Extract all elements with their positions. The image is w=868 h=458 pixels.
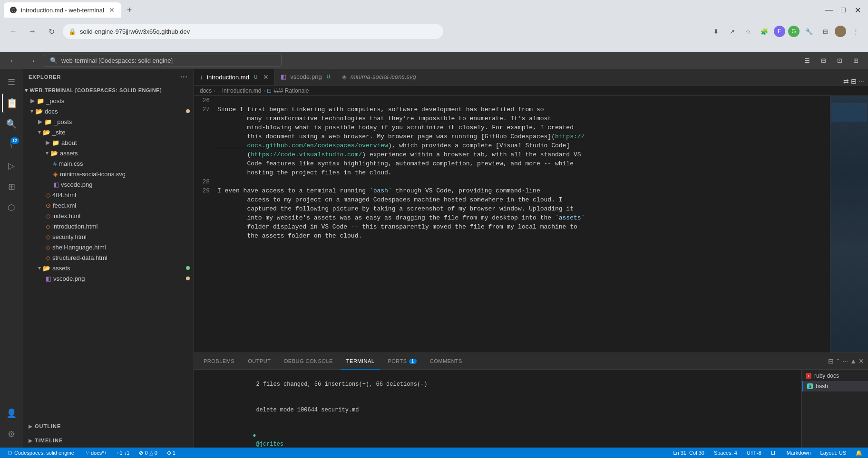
chevron-right-icon: ▶	[30, 97, 35, 104]
tree-item-docs-posts[interactable]: ▶ 📁 _posts	[23, 116, 194, 127]
customize-layout-icon[interactable]: ⊞	[849, 54, 862, 67]
tree-item-main-css[interactable]: # main.css	[23, 158, 194, 169]
maximize-button[interactable]: □	[837, 3, 850, 17]
activity-explorer-button[interactable]: 📋	[2, 94, 21, 113]
tree-item-posts-root[interactable]: ▶ 📁 _posts	[23, 95, 194, 106]
command-palette-input[interactable]: 🔍 web-terminal [Codespaces: solid engine…	[44, 55, 282, 67]
terminal-content[interactable]: 2 files changed, 56 insertions(+), 66 de…	[194, 370, 801, 448]
close-button[interactable]: ✕	[851, 3, 864, 17]
tree-item-assets[interactable]: ▾ 📂 assets	[23, 263, 194, 273]
tab-debug-console[interactable]: DEBUG CONSOLE	[278, 353, 338, 370]
tree-item-404[interactable]: ◇ 404.html	[23, 190, 194, 200]
tree-item-social-icons[interactable]: ◈ minima-social-icons.svg	[23, 169, 194, 179]
tab-output[interactable]: OUTPUT	[242, 353, 276, 370]
tab-introduction-md[interactable]: ↓ introduction.md U ✕	[194, 69, 275, 85]
toggle-panel-icon[interactable]: ⊟	[817, 54, 830, 67]
forward-button[interactable]: →	[25, 24, 40, 39]
tab-close-button[interactable]: ✕	[108, 5, 116, 15]
tree-item-vscode-png-assets[interactable]: ◧ vscode.png	[23, 273, 194, 284]
tree-item-security[interactable]: ◇ security.html	[23, 231, 194, 242]
tab-comments[interactable]: COMMENTS	[424, 353, 468, 370]
download-icon[interactable]: ⬇	[709, 25, 722, 38]
position-status[interactable]: Ln 31, Col 30	[671, 450, 706, 456]
extensions-icon[interactable]: 🔧	[802, 25, 816, 38]
close-panel-icon[interactable]: ✕	[858, 357, 864, 365]
branch-status[interactable]: ⑂ docs*+	[84, 450, 109, 456]
folder-icon: 📁	[37, 97, 44, 105]
toggle-sidebar-icon[interactable]: ☰	[800, 54, 814, 67]
new-tab-button[interactable]: +	[123, 3, 136, 17]
breadcrumb-docs[interactable]: docs	[200, 87, 212, 94]
editor-main[interactable]: 26 27 Since I first began tinkering with…	[194, 96, 830, 353]
tree-item-site[interactable]: ▾ 📂 _site	[23, 127, 194, 137]
tree-item-vscode-png-site[interactable]: ◧ vscode.png	[23, 179, 194, 190]
tree-item-site-assets[interactable]: ▾ 📂 assets	[23, 148, 194, 158]
error-status[interactable]: ⊘ 0 △ 0	[137, 450, 159, 456]
extensions-puzzle-icon[interactable]: 🧩	[758, 25, 771, 38]
back-button[interactable]: ←	[6, 24, 21, 39]
tree-item-feed[interactable]: ⊙ feed.xml	[23, 200, 194, 210]
encoding-status[interactable]: UTF-8	[745, 450, 763, 456]
editor-area: ↓ introduction.md U ✕ ◧ vscode.png U ◈ m…	[194, 69, 868, 448]
more-actions-icon[interactable]: ···	[858, 77, 864, 85]
tree-item-index[interactable]: ◇ index.html	[23, 210, 194, 221]
port-status[interactable]: ⊕ 1	[165, 450, 177, 456]
refresh-button[interactable]: ↻	[44, 24, 59, 39]
line-ending-status[interactable]: LF	[769, 450, 779, 456]
tab-social-icons-svg[interactable]: ◈ minima-social-icons.svg	[336, 69, 422, 85]
breadcrumb-section[interactable]: ### Rationale	[273, 87, 309, 94]
editor-back-button[interactable]: ←	[6, 53, 21, 68]
spaces-status[interactable]: Spaces: 4	[712, 450, 739, 456]
more-panel-icon[interactable]: ···	[842, 357, 848, 365]
split-icon[interactable]: ⊟	[819, 25, 832, 38]
sidebar-more-button[interactable]: ···	[180, 73, 188, 81]
toggle-layout-icon[interactable]: ⊟	[851, 77, 857, 85]
tab-vscode-png[interactable]: ◧ vscode.png U	[275, 69, 336, 85]
share-icon[interactable]: ↗	[725, 25, 739, 38]
profile-circle[interactable]: E	[774, 26, 785, 37]
notification-bell[interactable]: 🔔	[854, 450, 864, 456]
activity-github-button[interactable]: ⬡	[2, 198, 21, 217]
activity-scm-button[interactable]: ⑂ 12	[2, 135, 21, 154]
language-status[interactable]: Markdown	[785, 450, 813, 456]
terminal-session-ruby[interactable]: r ruby docs	[802, 371, 868, 381]
maximize-panel-icon[interactable]: ▲	[850, 357, 857, 365]
bookmark-icon[interactable]: ☆	[741, 25, 755, 38]
outline-section[interactable]: ▶ OUTLINE	[23, 419, 194, 433]
profile-green-circle[interactable]: G	[788, 26, 800, 37]
avatar-icon[interactable]	[835, 26, 846, 37]
codespaces-status[interactable]: ⬡ Codespaces: solid engine	[4, 448, 78, 458]
tree-item-docs[interactable]: ▾ 📂 docs	[23, 106, 194, 116]
toggle-secondary-icon[interactable]: ⊡	[833, 54, 846, 67]
terminal-session-bash[interactable]: $ bash	[802, 381, 868, 391]
activity-run-button[interactable]: ▷	[2, 156, 21, 175]
activity-accounts-button[interactable]: 👤	[2, 404, 21, 423]
tab-close-icon[interactable]: ✕	[263, 73, 269, 81]
timeline-section[interactable]: ▶ TIMELINE	[23, 433, 194, 448]
menu-icon[interactable]: ⋮	[849, 25, 862, 38]
split-terminal-icon[interactable]: ⊟	[828, 357, 834, 365]
tab-problems[interactable]: PROBLEMS	[198, 353, 240, 370]
tree-item-introduction-html[interactable]: ◇ introduction.html	[23, 221, 194, 231]
tree-root[interactable]: ▾ WEB-TERMINAL [CODESPACES: SOLID ENGINE…	[23, 85, 194, 95]
panel-up-down-icon[interactable]: ⌃	[836, 358, 840, 364]
breadcrumb-file[interactable]: introduction.md	[222, 87, 261, 94]
tree-item-shell-language[interactable]: ◇ shell-language.html	[23, 242, 194, 252]
tree-item-about[interactable]: ▶ 📁 about	[23, 137, 194, 148]
change-view-icon[interactable]: ⇄	[843, 77, 849, 85]
layout-status[interactable]: Layout: US	[819, 450, 848, 456]
activity-search-button[interactable]: 🔍	[2, 114, 21, 134]
activity-menu-button[interactable]: ☰	[2, 73, 21, 92]
editor-forward-button[interactable]: →	[25, 53, 40, 68]
tree-item-structured-data[interactable]: ◇ structured-data.html	[23, 252, 194, 263]
activity-settings-button[interactable]: ⚙	[2, 425, 21, 444]
activity-extensions-button[interactable]: ⊞	[2, 177, 21, 196]
layout-label: Layout: US	[820, 450, 846, 456]
active-tab[interactable]: ⬡ introduction.md - web-terminal ✕	[4, 2, 121, 18]
address-bar[interactable]: 🔒 solid-engine-975jjrw6w3x65q.github.dev	[63, 24, 443, 39]
tab-ports[interactable]: PORTS 1	[382, 353, 422, 370]
minimize-button[interactable]: —	[822, 3, 836, 17]
tab-terminal[interactable]: TERMINAL	[341, 353, 380, 370]
ruby-icon: r	[806, 373, 811, 379]
sync-status[interactable]: ○1 ↓1	[115, 450, 131, 456]
